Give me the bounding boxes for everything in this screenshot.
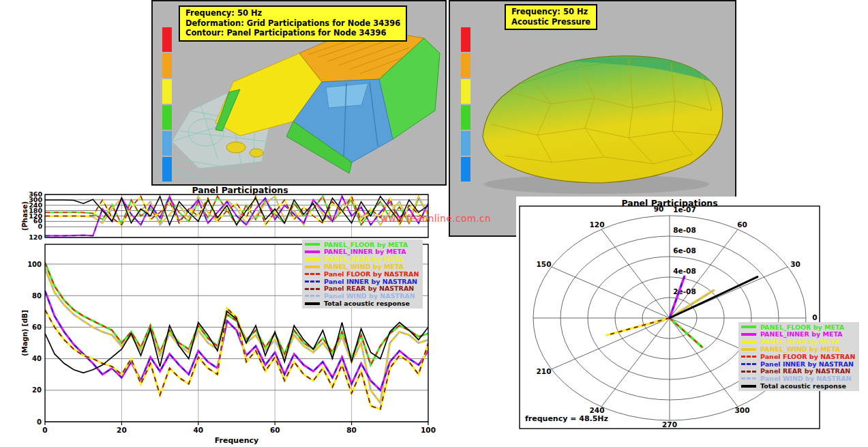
legend-entry: PANEL_FLOOR by META bbox=[305, 241, 419, 248]
annotation-line: Frequency: 50 Hz bbox=[511, 7, 590, 17]
acoustic-contour-colorbar bbox=[461, 27, 470, 182]
legend-entry: PANEL_WIND by META bbox=[741, 345, 855, 353]
legend-entry: Total acoustic response bbox=[305, 300, 419, 307]
legend-label: PANEL_REAR by META bbox=[324, 256, 403, 263]
legend-label: Panel WIND by NASTRAN bbox=[324, 293, 415, 300]
legend-label: Panel WIND by NASTRAN bbox=[760, 375, 852, 382]
polar-plot[interactable]: 03060901201502102402703002e-084e-086e-08… bbox=[516, 197, 825, 433]
legend-line-swatch bbox=[305, 265, 320, 268]
legend-entry: Panel WIND by NASTRAN bbox=[305, 293, 419, 300]
legend-line-swatch bbox=[741, 356, 756, 358]
legend-entry: PANEL_REAR by META bbox=[305, 256, 419, 263]
legend-entry: PANEL_INNER by META bbox=[741, 331, 855, 338]
legend-entry: PANEL_WIND by META bbox=[305, 263, 419, 270]
svg-text:100: 100 bbox=[421, 426, 436, 434]
svg-text:40: 40 bbox=[32, 355, 42, 362]
svg-text:Frequency: Frequency bbox=[215, 436, 258, 445]
annotation-line: Acoustic Pressure bbox=[511, 17, 590, 27]
polar-legend: PANEL_FLOOR by METAPANEL_INNER by METAPA… bbox=[738, 322, 859, 391]
legend-entry: Panel REAR by NASTRAN bbox=[741, 368, 855, 375]
annotation-line: Frequency: 50 Hz bbox=[185, 8, 400, 18]
legend-label: Total acoustic response bbox=[324, 300, 410, 307]
legend-line-swatch bbox=[741, 363, 756, 365]
legend-line-swatch bbox=[305, 302, 320, 305]
legend-label: PANEL_INNER by META bbox=[324, 248, 406, 255]
annotation-line: Deformation: Grid Participations for Nod… bbox=[185, 18, 400, 29]
svg-text:80: 80 bbox=[32, 292, 42, 300]
acoustic-cavity-mesh bbox=[483, 56, 723, 183]
colorbar-segment bbox=[162, 53, 172, 78]
colorbar-segment bbox=[461, 105, 470, 130]
svg-text:0: 0 bbox=[38, 222, 42, 230]
colorbar-segment bbox=[162, 27, 172, 52]
legend-line-swatch bbox=[305, 280, 320, 283]
svg-text:0: 0 bbox=[812, 313, 817, 321]
legend-line-swatch bbox=[741, 333, 756, 336]
colorbar-segment bbox=[461, 53, 470, 78]
legend-label: Panel FLOOR by NASTRAN bbox=[760, 354, 855, 360]
legend-line-swatch bbox=[741, 341, 756, 343]
svg-text:8e-08: 8e-08 bbox=[673, 226, 695, 234]
svg-text:300: 300 bbox=[735, 406, 750, 414]
svg-text:0: 0 bbox=[42, 426, 47, 434]
polar-frequency-note: frequency = 48.5Hz bbox=[525, 414, 608, 423]
svg-text:100: 100 bbox=[27, 261, 42, 268]
svg-text:60: 60 bbox=[737, 220, 747, 229]
svg-text:60: 60 bbox=[270, 426, 280, 434]
legend-label: PANEL_WIND by META bbox=[760, 346, 840, 353]
legend-line-swatch bbox=[741, 348, 756, 351]
legend-entry: Panel INNER by NASTRAN bbox=[741, 360, 855, 368]
legend-label: Panel FLOOR by NASTRAN bbox=[324, 271, 419, 278]
annotation-line: Contour: Panel Participations for Node 3… bbox=[185, 28, 400, 38]
legend-line-swatch bbox=[305, 295, 320, 297]
legend-label: PANEL_FLOOR by META bbox=[760, 324, 844, 331]
legend-entry: Panel FLOOR by NASTRAN bbox=[741, 353, 855, 360]
legend-line-swatch bbox=[305, 288, 320, 290]
legend-label: PANEL_FLOOR by META bbox=[324, 242, 408, 248]
legend-label: Panel INNER by NASTRAN bbox=[760, 361, 854, 368]
frf-legend: PANEL_FLOOR by METAPANEL_INNER by METAPA… bbox=[302, 240, 423, 308]
colorbar-segment bbox=[162, 131, 172, 156]
legend-line-swatch bbox=[305, 258, 320, 261]
svg-text:40: 40 bbox=[193, 426, 203, 434]
legend-label: Total acoustic response bbox=[760, 383, 846, 390]
meta-postprocessor-page: Frequency: 50 HzDeformation: Grid Partic… bbox=[0, 0, 868, 447]
svg-text:270: 270 bbox=[662, 420, 677, 429]
polar-plot-title: Panel Participations bbox=[621, 198, 717, 208]
legend-line-swatch bbox=[741, 377, 756, 379]
frf-plot-title: Panel Participations bbox=[192, 185, 288, 195]
colorbar-segment bbox=[461, 27, 470, 52]
legend-entry: PANEL_INNER by META bbox=[305, 248, 419, 256]
legend-label: PANEL_INNER by META bbox=[760, 331, 843, 338]
svg-text:20: 20 bbox=[32, 386, 42, 394]
svg-text:(Magn) [dB]: (Magn) [dB] bbox=[21, 310, 29, 356]
svg-text:80: 80 bbox=[346, 426, 357, 434]
legend-entry: Panel INNER by NASTRAN bbox=[305, 278, 419, 285]
legend-line-swatch bbox=[305, 243, 320, 246]
watermark-text: www.feaonline.com.cn bbox=[380, 213, 491, 224]
legend-label: Panel INNER by NASTRAN bbox=[324, 278, 417, 285]
structural-contour-colorbar bbox=[162, 27, 172, 182]
structural-annotation-box: Frequency: 50 HzDeformation: Grid Partic… bbox=[179, 5, 407, 42]
svg-text:(Phase): (Phase) bbox=[21, 201, 29, 231]
colorbar-segment bbox=[162, 157, 172, 182]
legend-entry: Panel FLOOR by NASTRAN bbox=[305, 270, 419, 278]
svg-text:210: 210 bbox=[537, 367, 552, 375]
legend-label: Panel REAR by NASTRAN bbox=[760, 368, 850, 375]
legend-entry: Panel REAR by NASTRAN bbox=[305, 285, 419, 293]
legend-entry: PANEL_FLOOR by META bbox=[741, 323, 855, 331]
legend-line-swatch bbox=[305, 273, 320, 275]
svg-text:4e-08: 4e-08 bbox=[673, 267, 695, 275]
legend-line-swatch bbox=[741, 371, 756, 373]
svg-text:20: 20 bbox=[117, 426, 127, 434]
legend-line-swatch bbox=[305, 250, 320, 253]
colorbar-segment bbox=[162, 79, 172, 104]
colorbar-segment bbox=[162, 105, 172, 130]
acoustic-annotation-box: Frequency: 50 HzAcoustic Pressure bbox=[505, 4, 597, 30]
svg-text:120: 120 bbox=[29, 233, 42, 241]
legend-line-swatch bbox=[741, 385, 756, 388]
legend-label: Panel REAR by NASTRAN bbox=[324, 285, 414, 292]
svg-text:60: 60 bbox=[32, 323, 42, 331]
legend-line-swatch bbox=[741, 326, 756, 328]
colorbar-segment bbox=[461, 157, 470, 182]
